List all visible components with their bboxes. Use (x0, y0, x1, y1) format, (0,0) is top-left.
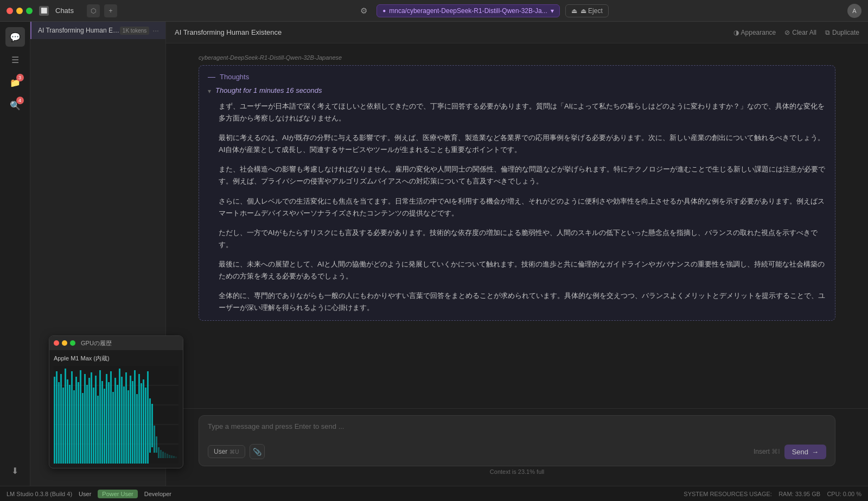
user-label: User (214, 448, 227, 455)
power-user-mode[interactable]: Power User (98, 490, 137, 498)
eject-button[interactable]: ⏏ ⏏ Eject (565, 4, 609, 17)
attach-button[interactable]: 📎 (250, 444, 265, 459)
gpu-model: Apple M1 Max (内蔵) (54, 354, 178, 363)
minimize-button[interactable] (16, 8, 23, 14)
svg-rect-10 (65, 369, 66, 464)
svg-rect-57 (167, 454, 168, 458)
developer-mode[interactable]: Developer (144, 491, 171, 497)
clear-icon: ⊘ (784, 29, 790, 36)
sidebar-item-chats[interactable]: 💬 (5, 27, 25, 47)
gpu-monitor[interactable]: GPUの履歴 Apple M1 Max (内蔵) (49, 335, 183, 468)
svg-rect-45 (141, 383, 142, 464)
sidebar-item-folders[interactable]: 📁 3 (5, 73, 25, 92)
input-left: User ⌘U 📎 (208, 444, 265, 459)
sidebar-item-download[interactable]: ⬇ (5, 461, 25, 480)
send-icon: → (812, 448, 819, 456)
svg-rect-54 (160, 450, 162, 458)
chat-header-actions: ◑ Appearance ⊘ Clear All ⧉ Duplicate (733, 29, 859, 36)
svg-rect-24 (95, 376, 97, 464)
svg-rect-47 (145, 388, 146, 464)
new-chat-button[interactable]: + (104, 4, 117, 17)
messages-area[interactable]: cyberagent-DeepSeek-R1-Distill-Qwen-32B-… (166, 43, 868, 408)
input-area: Type a message and press Enter to send .… (166, 408, 868, 486)
insert-shortcut: ⌘I (771, 448, 780, 455)
titlebar: ⬜ Chats ⬡ + ⚙ ● mnca/cyberagent-DeepSeek… (0, 0, 868, 22)
sidebar-item-list[interactable]: ☰ (5, 50, 25, 69)
avatar[interactable]: A (847, 4, 861, 18)
svg-rect-6 (56, 371, 58, 464)
gpu-traffic-lights (54, 340, 75, 346)
gpu-minimize-button[interactable] (62, 340, 67, 346)
send-button[interactable]: Send → (784, 445, 826, 459)
input-right: Insert ⌘I Send → (754, 445, 826, 459)
svg-rect-19 (84, 374, 86, 464)
user-mode[interactable]: User (79, 491, 91, 497)
svg-rect-48 (147, 371, 149, 464)
thought-title: Thought for 1 minutes 16 seconds (215, 86, 322, 94)
thoughts-container: — Thoughts ▾ Thought for 1 minutes 16 se… (199, 65, 835, 321)
user-selector-button[interactable]: User ⌘U (208, 445, 245, 458)
svg-rect-35 (119, 369, 120, 464)
maximize-button[interactable] (26, 8, 33, 14)
svg-rect-22 (91, 372, 92, 464)
paperclip-icon: 📎 (253, 448, 261, 456)
thought-paragraph-5: ただし、一方でAIがもたらすリスクにも言及する必要があります。技術的な依存度の増… (219, 227, 826, 251)
model-selector[interactable]: ● mnca/cyberagent-DeepSeek-R1-Distill-Qw… (376, 4, 560, 17)
settings-button[interactable]: ⚙ (356, 3, 371, 18)
duplicate-button[interactable]: ⧉ Duplicate (825, 29, 859, 36)
thoughts-label: Thoughts (220, 73, 249, 81)
gpu-body: Apple M1 Max (内蔵) (49, 350, 183, 468)
clear-all-button[interactable]: ⊘ Clear All (784, 29, 816, 36)
svg-rect-31 (110, 371, 112, 464)
thought-paragraph-6: 最後に、未来への展望として、AIと人間の協働がどのように発展していくかについて触… (219, 258, 826, 282)
app-title: Chats (55, 7, 74, 15)
svg-rect-17 (80, 370, 81, 464)
message-input[interactable]: Type a message and press Enter to send .… (208, 422, 826, 439)
svg-rect-23 (93, 388, 94, 464)
traffic-lights (7, 8, 33, 14)
svg-rect-60 (173, 456, 175, 458)
chevron-icon[interactable]: ▾ (208, 87, 211, 95)
svg-rect-37 (123, 386, 125, 464)
chat-header-title: AI Transforming Human Existence (175, 28, 282, 36)
close-button[interactable] (7, 8, 13, 14)
svg-rect-15 (75, 377, 77, 464)
search-badge: 4 (16, 97, 24, 104)
thoughts-header: — Thoughts (208, 72, 826, 81)
input-controls: User ⌘U 📎 Insert ⌘I Send (208, 444, 826, 459)
appearance-icon: ◑ (733, 29, 739, 36)
icon-sidebar: 💬 ☰ 📁 3 🔍 4 ⬇ (0, 22, 30, 486)
svg-rect-32 (112, 392, 114, 464)
thought-paragraph-3: また、社会構造への影響も考慮しなければなりません。雇用の変化や人間同士の関係性、… (219, 163, 826, 187)
gpu-maximize-button[interactable] (70, 340, 75, 346)
model-name: mnca/cyberagent-DeepSeek-R1-Distill-Qwen… (389, 7, 547, 15)
thought-paragraph-4: さらに、個人レベルでの生活変化にも焦点を当てます。日常生活の中でAIを利用する機… (219, 195, 826, 219)
ram-usage: RAM: 33.95 GB (778, 491, 820, 497)
gpu-close-button[interactable] (54, 340, 59, 346)
appearance-button[interactable]: ◑ Appearance (733, 29, 776, 36)
insert-button[interactable]: Insert ⌘I (754, 448, 780, 455)
sidebar-item-search[interactable]: 🔍 4 (5, 96, 25, 115)
svg-rect-56 (164, 453, 166, 458)
chat-header: AI Transforming Human Existence ◑ Appear… (166, 22, 868, 43)
svg-rect-38 (125, 372, 127, 464)
svg-rect-26 (99, 370, 101, 464)
context-bar: Context is 23.1% full (199, 466, 835, 479)
gpu-title: GPUの履歴 (81, 339, 112, 347)
status-right: SYSTEM RESOURCES USAGE: RAM: 33.95 GB CP… (684, 491, 861, 497)
svg-rect-33 (114, 378, 116, 464)
svg-rect-27 (101, 381, 103, 464)
sidebar-toggle-button[interactable]: ⬡ (87, 4, 100, 17)
svg-rect-61 (175, 456, 177, 458)
cpu-usage: CPU: 0.00 % (827, 491, 861, 497)
chat-list-item[interactable]: AI Transforming Human Ex... 1K tokens ··… (30, 22, 165, 39)
titlebar-center: ⚙ ● mnca/cyberagent-DeepSeek-R1-Distill-… (124, 3, 841, 18)
svg-rect-40 (130, 376, 131, 464)
content-area: AI Transforming Human Existence ◑ Appear… (166, 22, 868, 486)
svg-rect-59 (171, 455, 173, 458)
more-button[interactable]: ··· (152, 26, 159, 35)
titlebar-right: A (847, 4, 861, 18)
svg-rect-16 (78, 382, 79, 464)
svg-rect-12 (69, 385, 71, 464)
gpu-titlebar: GPUの履歴 (49, 336, 183, 350)
